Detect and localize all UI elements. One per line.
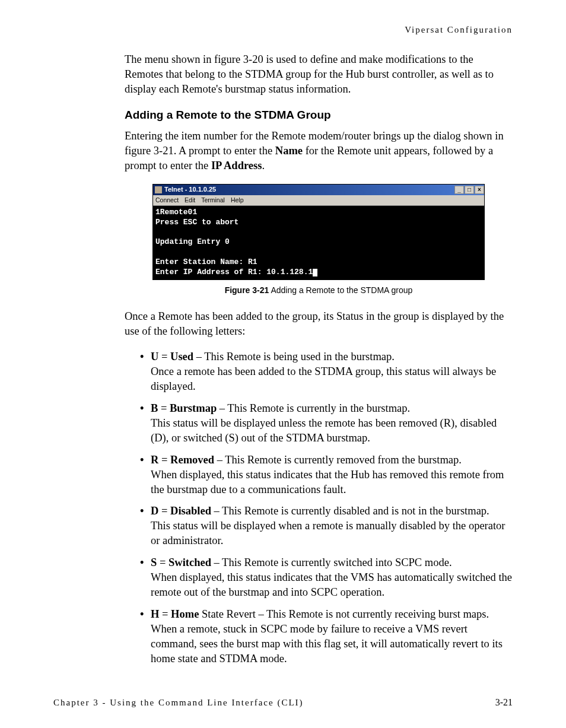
term-r: Removed <box>170 454 214 466</box>
footer: Chapter 3 - Using the Command Line Inter… <box>53 696 513 709</box>
header-section: Vipersat Configuration <box>53 24 513 36</box>
menu-edit[interactable]: Edit <box>185 196 195 204</box>
code-d: D <box>151 505 158 517</box>
term-s: Switched <box>168 557 211 568</box>
title-bar: Telnet - 10.1.0.25 _ □ × <box>153 185 484 195</box>
term-line2: Press ESC to abort <box>155 218 239 227</box>
tail-d: – This Remote is currently disabled and … <box>211 505 489 517</box>
minimize-button[interactable]: _ <box>454 186 464 194</box>
figure-caption: Figure 3-21 Adding a Remote to the STDMA… <box>125 285 513 296</box>
para-intro: The menu shown in figure 3-20 is used to… <box>125 52 513 97</box>
footer-page: 3-21 <box>495 696 513 709</box>
maximize-button[interactable]: □ <box>465 186 474 194</box>
terminal-body[interactable]: 1Remote01 Press ESC to abort Updating En… <box>153 206 484 279</box>
para-adding-remote: Entering the item number for the Remote … <box>125 129 513 173</box>
eq-b: = <box>158 402 170 414</box>
window-title: Telnet - 10.1.0.25 <box>164 185 454 194</box>
menu-bar: Connect Edit Terminal Help <box>153 195 484 206</box>
list-item-burstmap: B = Burstmap – This Remote is currently … <box>140 401 513 446</box>
list-item-home: H = Home State Revert – This Remote is n… <box>140 607 513 666</box>
figure-label: Figure 3-21 <box>225 285 269 295</box>
term-h: Home <box>171 608 199 620</box>
eq-d: = <box>158 505 170 517</box>
term-b: Burstmap <box>170 402 217 414</box>
code-u: U <box>151 351 158 363</box>
eq-s: = <box>157 557 168 568</box>
eq-u: = <box>158 351 170 363</box>
tail-r: – This Remote is currently removed from … <box>214 454 462 466</box>
figure-text: Adding a Remote to the STDMA group <box>269 285 412 295</box>
para2-ip: IP Address <box>211 160 262 171</box>
detail-b: This status will be displayed unless the… <box>151 417 497 444</box>
term-line6: Enter Station Name: R1 <box>155 257 257 266</box>
para2-name: Name <box>275 145 303 157</box>
para-status-intro: Once a Remote has been added to the grou… <box>125 309 513 339</box>
code-b: B <box>151 402 158 414</box>
detail-u: Once a remote has been added to the STDM… <box>151 365 496 392</box>
list-item-used: U = Used – This Remote is being used in … <box>140 349 513 394</box>
tail-h: State Revert – This Remote is not curren… <box>151 608 503 665</box>
code-r: R <box>151 454 158 466</box>
menu-connect[interactable]: Connect <box>155 196 179 204</box>
term-u: Used <box>170 351 193 363</box>
detail-s: When displayed, this status indicates th… <box>151 571 512 598</box>
list-item-removed: R = Removed – This Remote is currently r… <box>140 453 513 497</box>
eq-h: = <box>159 608 171 620</box>
tail-u: – This Remote is being used in the burst… <box>193 351 395 363</box>
footer-chapter: Chapter 3 - Using the Command Line Inter… <box>53 697 304 708</box>
cursor-icon <box>313 269 317 276</box>
para2-post: . <box>262 160 265 171</box>
menu-help[interactable]: Help <box>231 196 244 204</box>
close-button[interactable]: × <box>475 186 484 194</box>
main-content: The menu shown in figure 3-20 is used to… <box>53 52 513 666</box>
tail-b: – This Remote is currently in the burstm… <box>217 402 410 414</box>
term-line4: Updating Entry 0 <box>155 237 230 246</box>
status-list: U = Used – This Remote is being used in … <box>125 349 513 666</box>
detail-d: This status will be displayed when a rem… <box>151 520 505 546</box>
eq-r: = <box>158 454 170 466</box>
telnet-icon <box>155 186 162 193</box>
list-item-disabled: D = Disabled – This Remote is currently … <box>140 504 513 548</box>
detail-r: When displayed, this status indicates th… <box>151 469 504 495</box>
menu-terminal[interactable]: Terminal <box>201 196 225 204</box>
tail-s: – This Remote is currently switched into… <box>211 557 452 568</box>
term-d: Disabled <box>170 505 211 517</box>
telnet-window: Telnet - 10.1.0.25 _ □ × Connect Edit Te… <box>152 184 485 280</box>
heading-adding-remote: Adding a Remote to the STDMA Group <box>125 107 513 123</box>
code-s: S <box>151 557 157 568</box>
list-item-switched: S = Switched – This Remote is currently … <box>140 555 513 600</box>
term-line7: Enter IP Address of R1: 10.1.128.1 <box>155 268 313 276</box>
code-h: H <box>151 608 159 620</box>
term-line1: 1Remote01 <box>155 208 197 217</box>
